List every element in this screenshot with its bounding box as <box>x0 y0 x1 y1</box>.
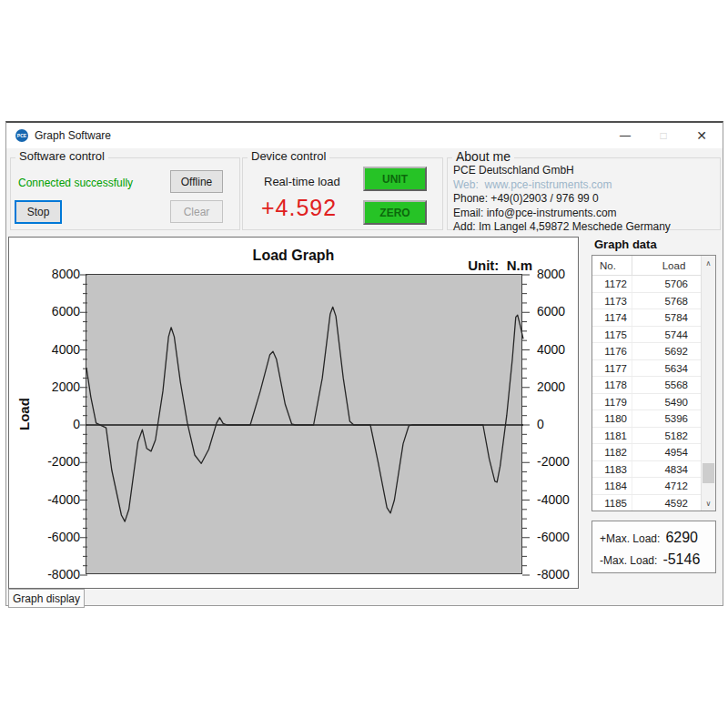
cell-load: 4592 <box>632 495 701 511</box>
graph-data-title: Graph data <box>594 238 657 251</box>
cell-load: 5396 <box>632 410 701 427</box>
y-axis-tick-label: 4000 <box>537 342 565 358</box>
y-axis-tick-label: -8000 <box>537 567 570 582</box>
table-row[interactable]: 11805396 <box>592 410 701 428</box>
y-axis-tick-label: 0 <box>31 417 80 432</box>
table-row[interactable]: 11725706 <box>592 276 701 293</box>
about-me-title: About me <box>452 149 514 164</box>
y-axis-tick-label: -6000 <box>31 530 80 545</box>
cell-load: 5182 <box>632 428 701 444</box>
y-axis-tick-label: -2000 <box>31 454 80 470</box>
company-name: PCE Deutschland GmbH <box>453 164 574 177</box>
cell-no: 1179 <box>592 394 632 410</box>
about-line-email: Email: info@pce-instruments.com <box>453 207 716 221</box>
column-header-no: No. <box>592 256 632 275</box>
max-load-negative: -Max. Load: -5146 <box>600 551 712 568</box>
cell-load: 5634 <box>632 360 701 377</box>
tab-graph-display[interactable]: Graph display <box>8 589 85 608</box>
table-row[interactable]: 11854592 <box>592 495 701 511</box>
cell-no: 1182 <box>592 444 632 460</box>
minimize-button[interactable]: — <box>606 123 644 148</box>
graph-data-table: No. Load 1172570611735768117457841175574… <box>592 255 716 511</box>
cell-load: 5490 <box>632 394 701 410</box>
max-load-positive: +Max. Load: 6290 <box>600 530 712 546</box>
software-control-title: Software control <box>15 149 108 163</box>
table-scrollbar[interactable]: ∧ ∨ <box>701 256 715 511</box>
app-window: PCE Graph Software — □ ✕ Software contro… <box>5 121 723 606</box>
graph-unit-label: Unit: N.m <box>468 258 532 273</box>
table-row[interactable]: 11735768 <box>592 293 701 310</box>
table-row[interactable]: 11815182 <box>592 428 701 445</box>
y-axis-tick-label: -6000 <box>537 530 570 545</box>
connection-status: Connected successfully <box>18 177 133 189</box>
app-logo-icon: PCE <box>15 129 28 142</box>
cell-no: 1181 <box>592 428 632 444</box>
y-axis-tick-label: 6000 <box>537 304 565 319</box>
table-body: 1172570611735768117457841175574411765692… <box>592 276 701 511</box>
max-load-pos-value: 6290 <box>665 530 698 546</box>
table-row[interactable]: 11824954 <box>592 444 701 461</box>
software-control-group: Software control Connected successfully … <box>10 157 240 230</box>
stop-button[interactable]: Stop <box>15 200 62 224</box>
clear-button: Clear <box>170 200 223 223</box>
load-line-chart <box>77 275 532 575</box>
cell-no: 1180 <box>592 410 632 427</box>
offline-button[interactable]: Offline <box>170 170 223 193</box>
table-row[interactable]: 11795490 <box>592 394 701 411</box>
window-title: Graph Software <box>35 129 111 142</box>
y-axis-title: Load <box>16 398 32 430</box>
about-line-phone: Phone: +49(0)2903 / 976 99 0 <box>453 192 716 207</box>
window-controls: — □ ✕ <box>606 123 721 148</box>
y-axis-right-labels: 80006000400020000-2000-4000-6000-8000 <box>530 274 577 574</box>
web-link[interactable]: Web: www.pce-instruments.com <box>453 178 612 191</box>
graph-panel: Load Graph Unit: N.m 80006000400020000-2… <box>8 237 579 589</box>
max-load-pos-label: +Max. Load: <box>600 532 660 545</box>
cell-load: 5568 <box>632 377 701 393</box>
device-control-title: Device control <box>248 149 329 163</box>
cell-no: 1184 <box>592 478 632 494</box>
cell-load: 5784 <box>632 309 701 326</box>
y-axis-tick-label: -8000 <box>31 567 80 582</box>
scrollbar-thumb[interactable] <box>703 463 714 483</box>
cell-load: 4712 <box>632 478 701 494</box>
realtime-load-value: +4.592 <box>261 195 337 221</box>
table-row[interactable]: 11785568 <box>592 377 701 394</box>
scroll-up-icon[interactable]: ∧ <box>702 256 715 270</box>
cell-no: 1175 <box>592 327 632 343</box>
zero-button[interactable]: ZERO <box>363 200 427 225</box>
table-row[interactable]: 11844712 <box>592 478 701 495</box>
max-load-neg-label: -Max. Load: <box>600 554 657 567</box>
table-row[interactable]: 11775634 <box>592 360 701 378</box>
cell-load: 5692 <box>632 343 701 359</box>
cell-no: 1176 <box>592 343 632 359</box>
close-button[interactable]: ✕ <box>682 123 721 148</box>
about-line-company: PCE Deutschland GmbH Web: www.pce-instru… <box>453 164 716 192</box>
about-me-text: PCE Deutschland GmbH Web: www.pce-instru… <box>453 164 716 235</box>
y-axis-tick-label: 0 <box>537 417 544 432</box>
y-axis-tick-label: 8000 <box>537 267 565 282</box>
y-axis-tick-label: -2000 <box>537 454 570 470</box>
unit-button[interactable]: UNIT <box>363 167 427 191</box>
maximize-button: □ <box>644 123 682 148</box>
scroll-down-icon[interactable]: ∨ <box>702 496 715 511</box>
table-row[interactable]: 11745784 <box>592 309 701 327</box>
cell-no: 1174 <box>592 309 632 326</box>
cell-no: 1183 <box>592 461 632 478</box>
table-header: No. Load <box>592 256 715 276</box>
about-line-address: Add: Im Langel 4,59872 Meschede Germany <box>453 220 716 235</box>
title-bar[interactable]: PCE Graph Software — □ ✕ <box>6 123 723 148</box>
max-load-neg-value: -5146 <box>662 551 700 568</box>
cell-no: 1173 <box>592 293 632 309</box>
device-control-group: Device control Real-time load +4.592 UNI… <box>242 157 443 230</box>
y-axis-tick-label: 2000 <box>537 379 565 395</box>
cell-no: 1178 <box>592 377 632 393</box>
table-row[interactable]: 11755744 <box>592 327 701 344</box>
y-axis-left-labels: 80006000400020000-2000-4000-6000-8000 <box>31 274 80 574</box>
table-row[interactable]: 11834834 <box>592 461 701 479</box>
y-axis-tick-label: -4000 <box>537 492 570 508</box>
cell-load: 5768 <box>632 293 701 309</box>
y-axis-tick-label: 6000 <box>31 304 80 319</box>
table-row[interactable]: 11765692 <box>592 343 701 360</box>
realtime-load-label: Real-time load <box>264 175 340 188</box>
load-graph-plot <box>86 274 522 574</box>
